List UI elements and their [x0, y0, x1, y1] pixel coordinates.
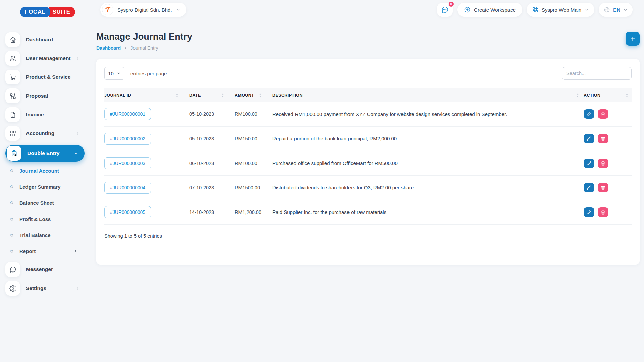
chevron-right-icon: [75, 131, 80, 136]
edit-button[interactable]: [584, 109, 594, 119]
sidebar-subitem-journal-account[interactable]: Journal Account: [10, 166, 85, 176]
bullet-icon: [10, 249, 14, 253]
sidebar-item-double-entry[interactable]: Double Entry: [5, 145, 85, 162]
logo-suite: SUITE: [46, 7, 75, 17]
description-cell: Repaid a portion of the bank loan princi…: [272, 126, 584, 151]
breadcrumb: Dashboard Journal Entry: [96, 45, 192, 51]
sidebar-subitem-label: Ledger Summary: [19, 184, 61, 190]
language-code: EN: [613, 7, 620, 13]
delete-button[interactable]: [598, 109, 608, 119]
journal-id-link[interactable]: #JUR000000004: [104, 182, 151, 194]
sidebar-subitem-label: Journal Account: [19, 168, 59, 174]
sidebar-subitem-label: Report: [19, 248, 36, 254]
topbar: Syspro Digital Sdn. Bhd. 0 Create Worksp…: [89, 0, 644, 21]
sidebar-subitem-balance-sheet[interactable]: Balance Sheet: [10, 198, 85, 208]
chevron-right-icon: [75, 56, 80, 61]
chevron-down-icon: [623, 8, 628, 12]
sidebar-item-settings[interactable]: Settings: [5, 281, 85, 296]
bullet-icon: [10, 217, 14, 221]
breadcrumb-dashboard-link[interactable]: Dashboard: [96, 45, 121, 51]
plus-icon: [630, 36, 636, 42]
plus-circle-icon: [464, 6, 471, 13]
chevron-right-icon: [75, 286, 80, 291]
search-input[interactable]: [562, 67, 632, 80]
sidebar-item-label: Product & Service: [26, 74, 71, 80]
messenger-icon: [5, 262, 20, 277]
sidebar-item-label: User Management: [26, 55, 71, 61]
description-cell: Paid Supplier Inc. for the purchase of r…: [272, 200, 584, 224]
column-label: DESCRIPTION: [272, 93, 303, 98]
chevron-right-icon: [73, 249, 78, 253]
company-selector[interactable]: Syspro Digital Sdn. Bhd.: [100, 3, 186, 17]
description-cell: Distributed dividends to shareholders fo…: [272, 175, 584, 200]
sidebar-subitem-ledger-summary[interactable]: Ledger Summary: [10, 182, 85, 192]
sidebar-subitem-label: Trial Balance: [19, 232, 51, 238]
table-row: #JUR00000000407-10-2023RM1500.00Distribu…: [104, 175, 632, 200]
table-row: #JUR00000000205-10-2023RM150.00Repaid a …: [104, 126, 632, 151]
add-journal-button[interactable]: [626, 32, 640, 46]
sidebar-item-messenger[interactable]: Messenger: [5, 262, 85, 277]
column-header-amount[interactable]: AMOUNT: [235, 88, 272, 102]
sidebar-item-invoice[interactable]: Invoice: [5, 107, 85, 122]
sidebar-subitem-trial-balance[interactable]: Trial Balance: [10, 230, 85, 240]
showing-entries-text: Showing 1 to 5 of 5 entries: [104, 233, 632, 239]
edit-button[interactable]: [584, 134, 594, 143]
edit-button[interactable]: [584, 159, 594, 168]
journal-id-link[interactable]: #JUR000000005: [104, 206, 151, 218]
chevron-right-icon: [124, 46, 127, 50]
sidebar-subitem-report[interactable]: Report: [10, 246, 85, 256]
bullet-icon: [10, 169, 14, 173]
date-cell: 06-10-2023: [189, 151, 235, 175]
column-header-action[interactable]: ACTION: [584, 88, 632, 102]
sidebar-item-product-service[interactable]: Product & Service: [5, 70, 85, 84]
sidebar-subitem-profit-loss[interactable]: Profit & Loss: [10, 214, 85, 224]
delete-button[interactable]: [598, 134, 608, 143]
journal-id-link[interactable]: #JUR000000002: [104, 133, 151, 145]
sidebar-item-label: Proposal: [26, 93, 48, 99]
entries-per-page-select[interactable]: 10: [104, 67, 124, 80]
sidebar-item-label: Messenger: [26, 266, 53, 273]
amount-cell: RM100.00: [235, 151, 272, 175]
amount-cell: RM1500.00: [235, 175, 272, 200]
globe-icon: [604, 7, 610, 13]
journal-table: JOURNAL IDDATEAMOUNTDESCRIPTIONACTION #J…: [104, 88, 632, 225]
sort-icon: [259, 93, 262, 98]
description-cell: Purchased office supplied from OfficeMar…: [272, 151, 584, 175]
column-label: JOURNAL ID: [104, 93, 131, 98]
delete-button[interactable]: [598, 183, 608, 192]
sidebar-item-user-management[interactable]: User Management: [5, 51, 85, 66]
create-workspace-label: Create Workspace: [474, 7, 516, 13]
sidebar-item-accounting[interactable]: Accounting: [5, 126, 85, 141]
sidebar-item-proposal[interactable]: Proposal: [5, 88, 85, 103]
date-cell: 05-10-2023: [189, 102, 235, 126]
sidebar-nav: DashboardUser ManagementProduct & Servic…: [5, 32, 85, 300]
delete-button[interactable]: [598, 159, 608, 168]
pencil-icon: [587, 210, 591, 215]
column-header-date[interactable]: DATE: [189, 88, 235, 102]
date-cell: 07-10-2023: [189, 175, 235, 200]
edit-button[interactable]: [584, 207, 594, 217]
sort-icon: [176, 93, 178, 98]
create-workspace-button[interactable]: Create Workspace: [457, 3, 522, 17]
journal-id-link[interactable]: #JUR000000001: [104, 108, 151, 120]
sidebar-item-dashboard[interactable]: Dashboard: [5, 32, 85, 47]
column-header-description[interactable]: DESCRIPTION: [272, 88, 584, 102]
delete-button[interactable]: [598, 207, 608, 217]
chat-badge: 0: [448, 1, 454, 7]
trash-icon: [601, 112, 605, 116]
sidebar-item-label: Double Entry: [27, 150, 59, 156]
sidebar-item-label: Invoice: [26, 112, 44, 118]
column-header-journal-id[interactable]: JOURNAL ID: [104, 88, 189, 102]
chat-icon: [441, 6, 449, 14]
chat-button[interactable]: 0: [437, 3, 453, 17]
page-title: Manage Journal Entry: [96, 32, 192, 42]
date-cell: 14-10-2023: [189, 200, 235, 224]
pencil-icon: [587, 185, 591, 190]
language-selector[interactable]: EN: [599, 3, 633, 17]
description-cell: Received RM1,000.00 payment from XYZ Com…: [272, 102, 584, 126]
workspace-selector[interactable]: Syspro Web Main: [527, 3, 594, 17]
grid-plus-icon: [532, 7, 538, 13]
edit-button[interactable]: [584, 183, 594, 192]
amount-cell: RM100.00: [235, 102, 272, 126]
journal-id-link[interactable]: #JUR000000003: [104, 157, 151, 169]
